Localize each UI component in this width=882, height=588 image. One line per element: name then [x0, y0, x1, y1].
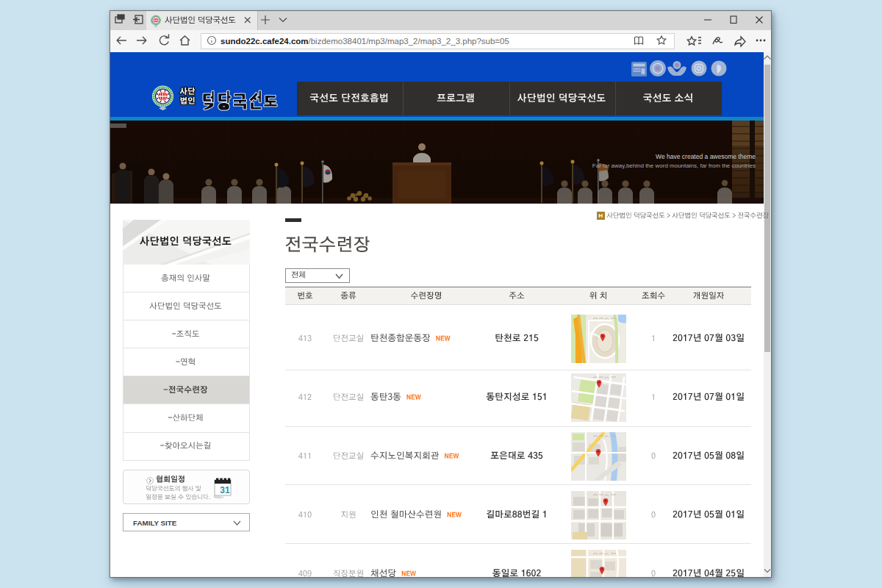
svg-text:31: 31	[220, 485, 230, 495]
svg-text:We have created a awesome them: We have created a awesome theme	[656, 153, 756, 160]
svg-text:Far far away,behind the word m: Far far away,behind the word mountains, …	[592, 162, 756, 169]
